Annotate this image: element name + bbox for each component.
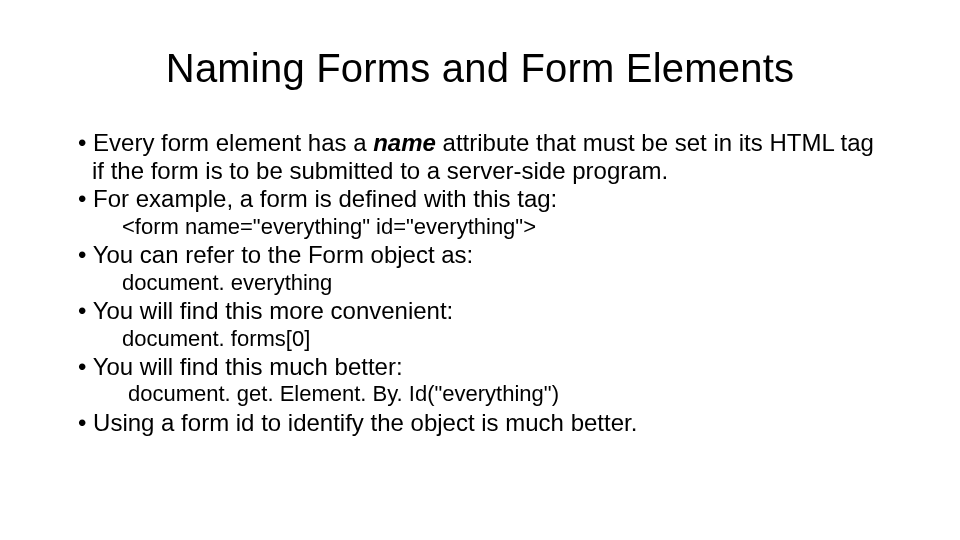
bullet-5-sub: document. get. Element. By. Id("everythi… [70,381,890,406]
bullet-1-text-a: Every form element has a [93,129,373,156]
bullet-1: Every form element has a name attribute … [70,129,890,184]
bullet-3: You can refer to the Form object as: [70,241,890,269]
slide-content: Every form element has a name attribute … [70,129,890,436]
bullet-1-emph: name [373,129,436,156]
bullet-3-sub: document. everything [70,270,890,295]
bullet-4-text: You will find this more convenient: [93,297,454,324]
bullet-6-text: Using a form id to identify the object i… [93,409,637,436]
bullet-4: You will find this more convenient: [70,297,890,325]
bullet-5: You will find this much better: [70,353,890,381]
bullet-2-sub: <form name="everything" id="everything"> [70,214,890,239]
slide-title: Naming Forms and Form Elements [70,46,890,91]
bullet-4-sub: document. forms[0] [70,326,890,351]
bullet-2-text: For example, a form is defined with this… [93,185,557,212]
bullet-5-text: You will find this much better: [93,353,403,380]
slide: Naming Forms and Form Elements Every for… [0,0,960,540]
bullet-6: Using a form id to identify the object i… [70,409,890,437]
bullet-2: For example, a form is defined with this… [70,185,890,213]
bullet-3-text: You can refer to the Form object as: [93,241,474,268]
